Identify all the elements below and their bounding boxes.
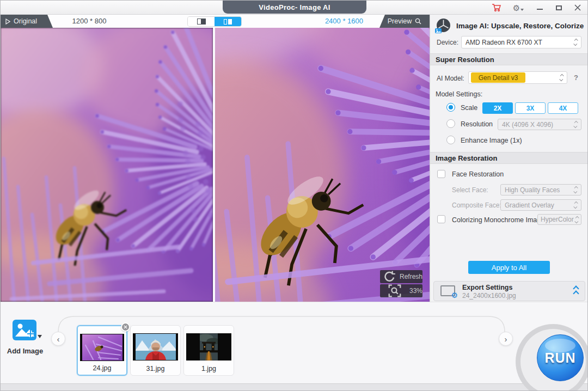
- colorize-select[interactable]: HyperColor: [537, 214, 581, 225]
- enhance-label: Enhance Image (1x): [461, 137, 522, 144]
- play-outline-icon: [5, 19, 10, 25]
- export-filename: 24_2400x1600.jpg: [462, 292, 516, 300]
- thumbnail-strip: 24.jpg 31.jpg: [77, 325, 234, 376]
- minimize-button[interactable]: [531, 1, 548, 15]
- thumbnail-1jpg[interactable]: 1.jpg: [183, 325, 234, 376]
- section-super-resolution: Super Resolution: [430, 53, 588, 65]
- chevron-updown-icon: [574, 201, 577, 209]
- settings-sidebar: Image AI: Upscale, Restore, Colorize Dev…: [430, 15, 588, 302]
- chevron-updown-icon: [574, 121, 577, 128]
- face-restoration-checkbox[interactable]: [437, 170, 445, 178]
- zoom-icon: [384, 284, 406, 297]
- select-face-label: Select Face:: [452, 186, 488, 194]
- view-mode-toggle: [187, 16, 242, 27]
- refresh-icon: [384, 270, 396, 283]
- cart-icon[interactable]: [488, 1, 505, 15]
- scale-4x-button[interactable]: 4X: [548, 102, 578, 114]
- chevron-updown-icon: [574, 39, 577, 46]
- refresh-label: Refresh: [400, 273, 422, 280]
- split-view-icon: [224, 19, 227, 25]
- thumbnail-filename: 24.jpg: [78, 364, 126, 372]
- upscaled-image-panel: Refresh 33%: [215, 28, 430, 302]
- composite-face-value: Gradient Overlay: [505, 201, 554, 209]
- add-image-label: Add Image: [5, 347, 45, 355]
- colorize-checkbox[interactable]: [437, 215, 445, 223]
- resolution-select[interactable]: 4K (4096 X 4096): [498, 119, 581, 130]
- colorize-label: Colorizing Monochrome Image:: [452, 216, 547, 224]
- tab-original[interactable]: Original: [1, 15, 53, 28]
- thumbnail-filename: 1.jpg: [184, 365, 234, 372]
- viewer-toolbar: Original 1200 * 800 2400 * 1600 Preview: [1, 15, 430, 28]
- thumbnail-image: [80, 334, 124, 361]
- device-value: AMD Radeon RX 6700 XT: [465, 39, 542, 46]
- scale-radio[interactable]: [446, 103, 455, 112]
- thumbnail-31jpg[interactable]: 31.jpg: [130, 325, 181, 376]
- preview-button[interactable]: Preview: [379, 15, 430, 28]
- original-dimensions: 1200 * 800: [59, 15, 119, 28]
- sidebar-title: Image AI: Upscale, Restore, Colorize: [456, 22, 584, 30]
- zoom-level-button[interactable]: 33%: [380, 284, 422, 297]
- resolution-value: 4K (4096 X 4096): [502, 121, 553, 129]
- preview-button-label: Preview: [388, 17, 412, 25]
- add-image-dropdown-caret[interactable]: [38, 335, 42, 338]
- chevron-updown-icon: [560, 74, 563, 81]
- colorize-value: HyperColor: [541, 216, 574, 223]
- resolution-radio[interactable]: [446, 119, 455, 128]
- image-list-footer: Add Image ‹: [1, 302, 588, 383]
- thumbnail-filename: 31.jpg: [131, 365, 180, 372]
- remove-image-icon[interactable]: [121, 322, 130, 332]
- model-settings-label: Model Settings:: [436, 90, 482, 98]
- export-settings-panel[interactable]: ⚙ Export Settings 24_2400x1600.jpg: [433, 281, 585, 301]
- thumbnail-24jpg[interactable]: 24.jpg: [77, 325, 127, 376]
- select-face-value: High Quality Faces: [505, 186, 560, 194]
- single-view-icon: [197, 19, 206, 25]
- split-view-toggle[interactable]: [215, 17, 241, 26]
- scale-3x-button[interactable]: 3X: [515, 102, 546, 114]
- help-icon[interactable]: ?: [574, 74, 578, 82]
- window-title: VideoProc- Image AI: [223, 1, 366, 14]
- run-button[interactable]: RUN: [537, 334, 584, 381]
- face-restoration-label: Face Restoration: [452, 170, 504, 178]
- apply-to-all-button[interactable]: Apply to All: [468, 261, 550, 274]
- original-image-panel: [1, 28, 213, 302]
- magnifier-icon: [415, 18, 421, 25]
- composite-face-label: Composite Face:: [452, 201, 501, 209]
- scale-label: Scale: [461, 104, 477, 112]
- close-button[interactable]: [569, 1, 586, 15]
- zoom-level-value: 33%: [409, 287, 422, 295]
- ai-model-value: Gen Detail v3: [471, 72, 525, 83]
- scroll-right-button[interactable]: ›: [499, 332, 513, 346]
- composite-face-select[interactable]: Gradient Overlay: [500, 199, 581, 211]
- collapse-chevrons-icon[interactable]: [574, 286, 578, 296]
- upscaled-dimensions: 2400 * 1600: [298, 15, 363, 28]
- image-ai-logo-icon: [437, 19, 450, 32]
- thumbnail-image: [133, 333, 178, 361]
- thumbnail-image: [186, 333, 231, 361]
- ai-model-select[interactable]: Gen Detail v3: [468, 71, 567, 84]
- scale-2x-button[interactable]: 2X: [482, 102, 513, 114]
- enhance-radio[interactable]: [446, 136, 455, 144]
- select-face-select[interactable]: High Quality Faces: [500, 184, 581, 196]
- original-tab-label: Original: [14, 17, 37, 25]
- export-settings-title: Export Settings: [462, 284, 512, 291]
- export-settings-icon: ⚙: [440, 285, 455, 296]
- image-comparison-viewer: Refresh 33%: [1, 28, 430, 302]
- single-view-toggle[interactable]: [188, 17, 215, 26]
- bottom-strip: [1, 383, 587, 391]
- ai-model-label: AI Model:: [437, 75, 464, 82]
- chevron-updown-icon: [574, 186, 577, 193]
- section-image-restoration: Image Restoration: [430, 152, 588, 164]
- title-bar: VideoProc- Image AI ⚙: [1, 1, 587, 15]
- chevron-updown-icon: [575, 216, 578, 223]
- settings-gear-icon[interactable]: ⚙: [510, 1, 526, 15]
- videoproc-window: VideoProc- Image AI ⚙ Original 1200 * 80…: [0, 0, 588, 391]
- scroll-left-button[interactable]: ‹: [51, 332, 65, 346]
- add-image-button[interactable]: [13, 320, 36, 340]
- device-label: Device:: [437, 39, 458, 46]
- device-select[interactable]: AMD Radeon RX 6700 XT: [461, 36, 581, 48]
- resolution-label: Resolution: [461, 120, 493, 128]
- maximize-button[interactable]: [550, 1, 567, 15]
- refresh-button[interactable]: Refresh: [380, 270, 422, 283]
